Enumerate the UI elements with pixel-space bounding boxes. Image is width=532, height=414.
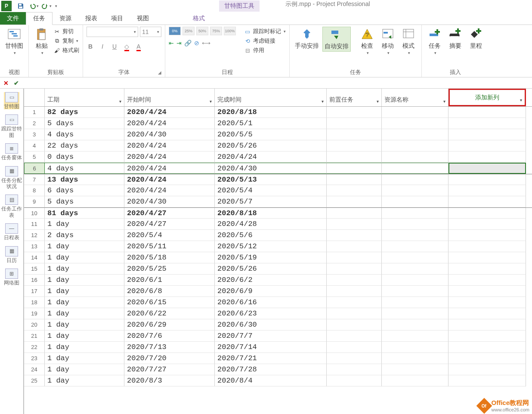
table-row[interactable]: 111 day2020/4/272020/4/28 [24,219,532,230]
cell-finish[interactable]: 2020/7/21 [215,353,327,364]
cell-duration[interactable]: 1 day [45,353,124,364]
view-timeline[interactable]: —日程表 [4,223,19,241]
cell-resources[interactable] [382,163,448,174]
cell-finish[interactable]: 2020/5/26 [215,140,327,151]
cell-predecessors[interactable] [327,331,382,342]
cell-new[interactable] [448,241,526,252]
cell-finish[interactable]: 2020/4/24 [215,151,327,163]
cell-start[interactable]: 2020/4/24 [124,118,215,129]
row-number[interactable]: 4 [24,140,45,151]
cell-new[interactable] [448,263,526,275]
row-number[interactable]: 8 [24,185,45,196]
cell-predecessors[interactable] [327,286,382,297]
cell-duration[interactable]: 2 days [45,230,124,241]
view-task-sheet[interactable]: ▤任务工作表 [0,195,23,218]
view-task-usage[interactable]: ▦任务分配状况 [0,166,23,190]
cell-finish[interactable]: 2020/6/23 [215,308,327,319]
cell-predecessors[interactable] [327,129,382,140]
col-duration[interactable]: 工期▾ [45,89,124,106]
cell-duration[interactable]: 1 day [45,331,124,342]
cell-new[interactable] [448,297,526,308]
cell-finish[interactable]: 2020/7/28 [215,364,327,375]
cell-duration[interactable]: 6 days [45,185,124,196]
cell-finish[interactable]: 2020/6/30 [215,319,327,331]
col-resources[interactable]: 资源名称▾ [382,89,448,106]
font-family-select[interactable]: ▾ [87,27,138,37]
cell-start[interactable]: 2020/4/24 [124,107,215,118]
cell-new[interactable] [448,275,526,286]
cell-finish[interactable]: 2020/6/16 [215,297,327,308]
cell-predecessors[interactable] [327,174,382,185]
cell-finish[interactable]: 2020/8/18 [215,208,327,219]
cell-start[interactable]: 2020/4/27 [124,208,215,219]
cell-predecessors[interactable] [327,140,382,151]
cell-new[interactable] [448,230,526,241]
table-row[interactable]: 211 day2020/7/62020/7/7 [24,331,532,342]
cell-start[interactable]: 2020/4/30 [124,129,215,140]
font-color-button[interactable]: ◇ [123,43,130,50]
cell-duration[interactable]: 1 day [45,342,124,353]
cell-new[interactable] [448,286,526,297]
auto-schedule-button[interactable]: 自动安排 [322,27,351,52]
cell-start[interactable]: 2020/7/6 [124,331,215,342]
cell-start[interactable]: 2020/4/30 [124,196,215,207]
cell-duration[interactable]: 4 days [45,129,124,140]
cell-duration[interactable]: 1 day [45,297,124,308]
cell-duration[interactable]: 1 day [45,319,124,331]
cell-duration[interactable]: 1 day [45,375,124,386]
cell-finish[interactable]: 2020/8/18 [215,107,327,118]
cell-start[interactable]: 2020/4/24 [124,163,215,174]
cell-start[interactable]: 2020/4/27 [124,219,215,230]
row-number[interactable]: 15 [24,263,45,275]
cell-new[interactable] [448,353,526,364]
cell-resources[interactable] [382,230,448,241]
table-row[interactable]: 86 days2020/4/242020/5/4 [24,185,532,196]
tab-project[interactable]: 项目 [104,12,130,25]
cell-finish[interactable]: 2020/5/6 [215,230,327,241]
cell-duration[interactable]: 81 days [45,208,124,219]
row-number[interactable]: 22 [24,342,45,353]
table-row[interactable]: 181 day2020/6/152020/6/16 [24,297,532,308]
cell-resources[interactable] [382,118,448,129]
insert-summary-button[interactable]: 摘要 [446,27,465,51]
row-number[interactable]: 17 [24,286,45,297]
table-row[interactable]: 151 day2020/5/252020/5/26 [24,263,532,275]
cell-resources[interactable] [382,331,448,342]
table-row[interactable]: 34 days2020/4/302020/5/5 [24,129,532,140]
cancel-entry-icon[interactable]: ✕ [3,80,9,87]
cell-new[interactable] [448,331,526,342]
cell-new[interactable] [448,375,526,386]
bold-button[interactable]: B [87,43,94,50]
cell-finish[interactable]: 2020/5/19 [215,252,327,263]
table-row[interactable]: 191 day2020/6/222020/6/23 [24,308,532,319]
row-number[interactable]: 9 [24,196,45,207]
filter-dropdown-icon[interactable]: ▾ [520,98,522,102]
cell-new[interactable] [448,219,526,230]
row-number[interactable]: 3 [24,129,45,140]
row-number[interactable]: 16 [24,275,45,286]
row-number[interactable]: 5 [24,151,45,163]
cell-predecessors[interactable] [327,308,382,319]
accept-entry-icon[interactable]: ✔ [14,80,19,87]
table-row[interactable]: 141 day2020/5/182020/5/19 [24,252,532,263]
underline-button[interactable]: U [111,43,118,50]
cell-new[interactable] [448,151,526,163]
cell-predecessors[interactable] [327,241,382,252]
cell-new[interactable] [448,252,526,263]
move-button[interactable]: 移动▾ [378,27,397,56]
cell-new[interactable] [448,118,526,129]
row-number[interactable]: 2 [24,118,45,129]
filter-dropdown-icon[interactable]: ▾ [210,99,212,104]
cell-duration[interactable]: 5 days [45,196,124,207]
insert-milestone-button[interactable]: 里程 [467,27,486,51]
cell-finish[interactable]: 2020/5/12 [215,241,327,252]
copy-button[interactable]: ⧉复制▾ [53,36,79,46]
cell-predecessors[interactable] [327,208,382,219]
cell-finish[interactable]: 2020/6/9 [215,286,327,297]
insert-task-button[interactable]: 任务▾ [425,27,444,56]
cell-predecessors[interactable] [327,219,382,230]
row-number[interactable]: 19 [24,308,45,319]
cell-finish[interactable]: 2020/6/2 [215,275,327,286]
cell-predecessors[interactable] [327,196,382,207]
cell-duration[interactable]: 5 days [45,118,124,129]
